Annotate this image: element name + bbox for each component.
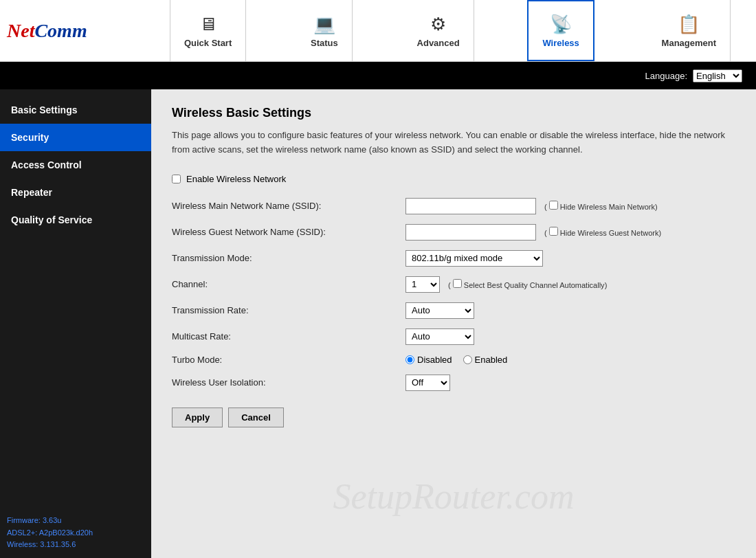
multicast-rate-control: Auto1 Mbps2 Mbps5.5 Mbps 11 Mbps54 Mbps xyxy=(405,328,474,345)
turbo-enabled-option: Enabled xyxy=(463,355,508,365)
transmission-rate-label: Transmission Rate: xyxy=(172,305,405,315)
nav-status[interactable]: 💻 Status xyxy=(297,0,353,61)
hide-main-network-checkbox[interactable] xyxy=(549,201,558,210)
transmission-rate-row: Transmission Rate: Auto1 Mbps2 Mbps5.5 M… xyxy=(172,302,735,319)
hide-guest-network-checkbox[interactable] xyxy=(549,227,558,236)
sidebar: Basic Settings Security Access Control R… xyxy=(0,89,151,558)
sidebar-item-repeater[interactable]: Repeater xyxy=(0,179,151,206)
transmission-mode-select[interactable]: 802.11b/g mixed mode 802.11b only 802.11… xyxy=(405,250,543,267)
wireless-icon: 📡 xyxy=(550,14,572,35)
firmware-line1: Firmware: 3.63u xyxy=(7,515,93,527)
sidebar-item-basic-settings[interactable]: Basic Settings xyxy=(0,96,151,124)
firmware-info: Firmware: 3.63u ADSL2+: A2pB023k.d20h Wi… xyxy=(7,515,93,551)
main-ssid-label: Wireless Main Network Name (SSID): xyxy=(172,201,405,211)
turbo-disabled-option: Disabled xyxy=(405,355,452,365)
channel-select[interactable]: 12345 678910 111213 xyxy=(405,276,440,293)
sidebar-item-security[interactable]: Security xyxy=(0,124,151,151)
nav-management-label: Management xyxy=(662,38,716,48)
firmware-line2: ADSL2+: A2pB023k.d20h xyxy=(7,527,93,539)
main-ssid-control: ( Hide Wireless Main Network) xyxy=(405,198,658,214)
transmission-mode-row: Transmission Mode: 802.11b/g mixed mode … xyxy=(172,250,735,267)
nav-advanced-label: Advanced xyxy=(417,38,460,48)
turbo-mode-row: Turbo Mode: Disabled Enabled xyxy=(172,355,735,365)
language-label: Language: xyxy=(645,71,687,81)
transmission-rate-select[interactable]: Auto1 Mbps2 Mbps5.5 Mbps 11 Mbps54 Mbps xyxy=(405,302,474,319)
enable-wireless-checkbox[interactable] xyxy=(172,175,181,183)
apply-button[interactable]: Apply xyxy=(172,408,223,427)
nav-wireless[interactable]: 📡 Wireless xyxy=(527,0,594,61)
quick-start-icon: 🖥 xyxy=(199,14,217,35)
nav-quick-start-label: Quick Start xyxy=(184,38,232,48)
main-layout: Basic Settings Security Access Control R… xyxy=(0,89,756,558)
turbo-disabled-radio[interactable] xyxy=(405,355,414,364)
nav-status-label: Status xyxy=(311,38,338,48)
cancel-button[interactable]: Cancel xyxy=(228,408,284,427)
nav-quick-start[interactable]: 🖥 Quick Start xyxy=(170,0,246,61)
main-ssid-input[interactable] xyxy=(405,198,536,214)
page-description: This page allows you to configure basic … xyxy=(172,129,735,157)
multicast-rate-select[interactable]: Auto1 Mbps2 Mbps5.5 Mbps 11 Mbps54 Mbps xyxy=(405,328,474,345)
logo-area: NetComm xyxy=(0,20,144,42)
logo: NetComm xyxy=(7,20,144,42)
user-isolation-control: Off On xyxy=(405,375,450,391)
enable-wireless-label: Enable Wireless Network xyxy=(186,174,286,184)
guest-ssid-row: Wireless Guest Network Name (SSID): ( Hi… xyxy=(172,224,735,241)
button-row: Apply Cancel xyxy=(172,408,735,427)
channel-label: Channel: xyxy=(172,279,405,289)
guest-ssid-label: Wireless Guest Network Name (SSID): xyxy=(172,227,405,237)
transmission-rate-control: Auto1 Mbps2 Mbps5.5 Mbps 11 Mbps54 Mbps xyxy=(405,302,474,319)
channel-control: 12345 678910 111213 ( Select Best Qualit… xyxy=(405,276,607,293)
nav-wireless-label: Wireless xyxy=(542,38,579,48)
page-title: Wireless Basic Settings xyxy=(172,106,735,120)
best-channel-checkbox[interactable] xyxy=(453,279,462,288)
status-icon: 💻 xyxy=(313,14,335,35)
language-bar: Language: English Deutsch Français Españ… xyxy=(0,62,756,89)
guest-ssid-input[interactable] xyxy=(405,224,536,241)
language-select[interactable]: English Deutsch Français Español 中文 xyxy=(693,69,742,82)
channel-checkbox-note: ( Select Best Quality Channel Automatica… xyxy=(448,279,607,289)
management-icon: 📋 xyxy=(678,14,700,35)
advanced-icon: ⚙ xyxy=(430,14,446,35)
multicast-rate-label: Multicast Rate: xyxy=(172,331,405,342)
nav-advanced[interactable]: ⚙ Advanced xyxy=(403,0,474,61)
transmission-mode-label: Transmission Mode: xyxy=(172,253,405,263)
header: NetComm 🖥 Quick Start 💻 Status ⚙ Advance… xyxy=(0,0,756,62)
content: Wireless Basic Settings This page allows… xyxy=(151,89,756,558)
main-ssid-row: Wireless Main Network Name (SSID): ( Hid… xyxy=(172,198,735,214)
multicast-rate-row: Multicast Rate: Auto1 Mbps2 Mbps5.5 Mbps… xyxy=(172,328,735,345)
turbo-mode-control: Disabled Enabled xyxy=(405,355,507,365)
sidebar-item-quality-of-service[interactable]: Quality of Service xyxy=(0,206,151,234)
guest-ssid-checkbox-note: ( Hide Wireless Guest Network) xyxy=(544,227,661,237)
main-ssid-checkbox-note: ( Hide Wireless Main Network) xyxy=(544,201,658,211)
user-isolation-select[interactable]: Off On xyxy=(405,375,450,391)
turbo-mode-label: Turbo Mode: xyxy=(172,355,405,365)
transmission-mode-control: 802.11b/g mixed mode 802.11b only 802.11… xyxy=(405,250,543,267)
watermark: SetupRouter.com xyxy=(333,476,575,517)
user-isolation-label: Wireless User Isolation: xyxy=(172,377,405,388)
enable-wireless-row: Enable Wireless Network xyxy=(172,174,735,184)
turbo-enabled-radio[interactable] xyxy=(463,355,472,364)
firmware-line3: Wireless: 3.131.35.6 xyxy=(7,539,93,551)
guest-ssid-control: ( Hide Wireless Guest Network) xyxy=(405,224,661,241)
nav-management[interactable]: 📋 Management xyxy=(648,0,731,61)
sidebar-item-access-control[interactable]: Access Control xyxy=(0,151,151,179)
user-isolation-row: Wireless User Isolation: Off On xyxy=(172,375,735,391)
nav-area: 🖥 Quick Start 💻 Status ⚙ Advanced 📡 Wire… xyxy=(144,0,756,61)
channel-row: Channel: 12345 678910 111213 ( Select Be… xyxy=(172,276,735,293)
